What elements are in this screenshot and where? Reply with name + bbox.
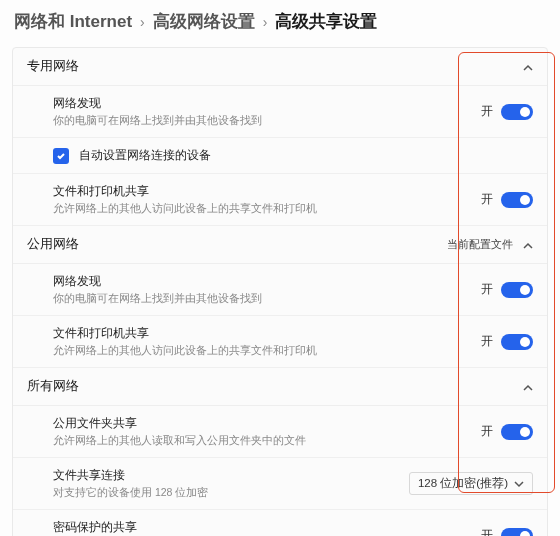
section-title-public: 公用网络 [27, 236, 79, 253]
item-subtitle: 允许网络上的其他人读取和写入公用文件夹中的文件 [53, 434, 471, 448]
item-subtitle: 你的电脑可在网络上找到并由其他设备找到 [53, 292, 471, 306]
item-title: 密码保护的共享 [53, 519, 471, 536]
item-file-sharing-connection: 文件共享连接 对支持它的设备使用 128 位加密 128 位加密(推荐) [13, 458, 547, 510]
section-title-private: 专用网络 [27, 58, 79, 75]
section-header-private[interactable]: 专用网络 [13, 48, 547, 86]
toggle-public-folder-sharing[interactable] [501, 424, 533, 440]
breadcrumb-current: 高级共享设置 [275, 10, 377, 33]
item-title: 网络发现 [53, 273, 471, 290]
chevron-right-icon: › [263, 14, 268, 30]
chevron-up-icon [523, 62, 533, 72]
item-auto-setup-devices[interactable]: 自动设置网络连接的设备 [13, 138, 547, 174]
item-public-file-printer-sharing: 文件和打印机共享 允许网络上的其他人访问此设备上的共享文件和打印机 开 [13, 316, 547, 368]
item-password-protected-sharing: 密码保护的共享 只有在此电脑上拥有用户帐户和密码的人员才能访问共享文件、打印机和… [13, 510, 547, 536]
toggle-state-label: 开 [481, 334, 493, 349]
item-private-network-discovery: 网络发现 你的电脑可在网络上找到并由其他设备找到 开 [13, 86, 547, 138]
item-private-file-printer-sharing: 文件和打印机共享 允许网络上的其他人访问此设备上的共享文件和打印机 开 [13, 174, 547, 226]
toggle-public-network-discovery[interactable] [501, 282, 533, 298]
toggle-state-label: 开 [481, 528, 493, 536]
toggle-private-network-discovery[interactable] [501, 104, 533, 120]
section-header-all[interactable]: 所有网络 [13, 368, 547, 406]
chevron-up-icon [523, 240, 533, 250]
chevron-down-icon [514, 479, 524, 489]
chevron-up-icon [523, 382, 533, 392]
checkbox-auto-setup[interactable] [53, 148, 69, 164]
current-profile-badge: 当前配置文件 [447, 237, 513, 252]
encryption-select[interactable]: 128 位加密(推荐) [409, 472, 533, 495]
checkbox-label: 自动设置网络连接的设备 [79, 147, 211, 164]
item-subtitle: 你的电脑可在网络上找到并由其他设备找到 [53, 114, 471, 128]
item-public-folder-sharing: 公用文件夹共享 允许网络上的其他人读取和写入公用文件夹中的文件 开 [13, 406, 547, 458]
breadcrumb: 网络和 Internet › 高级网络设置 › 高级共享设置 [0, 0, 560, 47]
toggle-state-label: 开 [481, 282, 493, 297]
toggle-state-label: 开 [481, 104, 493, 119]
item-subtitle: 对支持它的设备使用 128 位加密 [53, 486, 399, 500]
item-title: 文件和打印机共享 [53, 325, 471, 342]
toggle-private-file-printer[interactable] [501, 192, 533, 208]
item-title: 文件共享连接 [53, 467, 399, 484]
toggle-state-label: 开 [481, 192, 493, 207]
settings-panel: 专用网络 网络发现 你的电脑可在网络上找到并由其他设备找到 开 自动设置网络连接… [12, 47, 548, 536]
section-header-public[interactable]: 公用网络 当前配置文件 [13, 226, 547, 264]
item-public-network-discovery: 网络发现 你的电脑可在网络上找到并由其他设备找到 开 [13, 264, 547, 316]
toggle-state-label: 开 [481, 424, 493, 439]
item-title: 网络发现 [53, 95, 471, 112]
chevron-right-icon: › [140, 14, 145, 30]
select-value: 128 位加密(推荐) [418, 476, 508, 491]
item-title: 公用文件夹共享 [53, 415, 471, 432]
item-subtitle: 允许网络上的其他人访问此设备上的共享文件和打印机 [53, 344, 471, 358]
toggle-public-file-printer[interactable] [501, 334, 533, 350]
breadcrumb-crumb-network[interactable]: 网络和 Internet [14, 10, 132, 33]
toggle-password-protected[interactable] [501, 528, 533, 537]
item-title: 文件和打印机共享 [53, 183, 471, 200]
section-title-all: 所有网络 [27, 378, 79, 395]
item-subtitle: 允许网络上的其他人访问此设备上的共享文件和打印机 [53, 202, 471, 216]
breadcrumb-crumb-advanced[interactable]: 高级网络设置 [153, 10, 255, 33]
